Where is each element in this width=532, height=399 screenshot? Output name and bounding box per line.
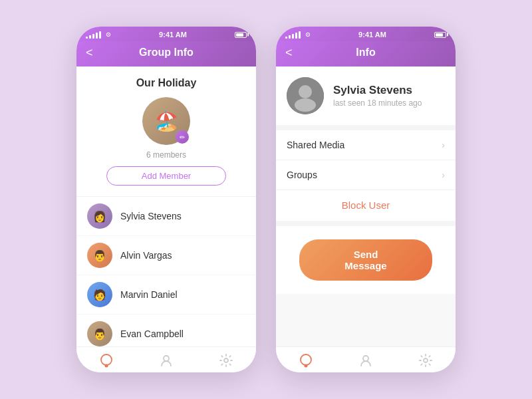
- tab-settings-2[interactable]: [418, 352, 434, 368]
- member-name: Alvin Vargas: [120, 250, 172, 261]
- shared-media-label: Shared Media: [287, 140, 344, 150]
- chevron-right-icon: ›: [442, 140, 445, 150]
- signal-area-2: ⊙: [285, 31, 311, 39]
- member-name: Evan Campbell: [120, 329, 184, 339]
- info-list: Shared Media › Groups ›: [276, 130, 456, 190]
- nav-title-2: Info: [356, 47, 375, 59]
- tab-bar-1: [76, 346, 256, 372]
- block-user-button[interactable]: Block User: [342, 200, 390, 211]
- send-message-section: Send Message: [276, 226, 456, 294]
- svg-point-5: [299, 85, 312, 98]
- svg-point-3: [224, 358, 228, 362]
- phone-2: ⊙ 9:41 AM < Info Sylvia Stev: [276, 27, 456, 372]
- svg-point-10: [424, 358, 428, 362]
- back-button-2[interactable]: <: [285, 46, 293, 60]
- group-avatar-wrap: 🏖️ ✏: [142, 97, 190, 145]
- signal-icon: [86, 31, 101, 39]
- user-info-text: Sylvia Stevens last seen 18 minutes ago: [333, 84, 422, 108]
- list-item[interactable]: 👩 Sylvia Stevens: [76, 197, 256, 236]
- avatar: 👩: [87, 203, 112, 229]
- svg-point-6: [295, 98, 316, 112]
- tab-contacts-2[interactable]: [358, 352, 374, 368]
- list-item[interactable]: 👨 Alvin Vargas: [76, 236, 256, 275]
- avatar: 👨: [87, 243, 112, 268]
- user-status: last seen 18 minutes ago: [333, 98, 422, 108]
- phone2-content: Sylvia Stevens last seen 18 minutes ago …: [276, 66, 456, 346]
- avatar: 🧑: [87, 282, 112, 307]
- member-name: Sylvia Stevens: [120, 211, 182, 221]
- avatar: 👨: [87, 321, 112, 346]
- list-item[interactable]: 🧑 Marvin Daniel: [76, 275, 256, 315]
- nav-bar-2: < Info: [276, 41, 456, 66]
- wifi-icon: ⊙: [106, 31, 111, 38]
- svg-point-7: [301, 354, 311, 365]
- list-item[interactable]: 👨 Evan Campbell: [76, 315, 256, 346]
- tab-chat-1[interactable]: [98, 352, 114, 368]
- svg-point-8: [305, 364, 308, 368]
- battery-icon-1: [235, 32, 247, 38]
- members-count: 6 members: [146, 150, 186, 160]
- user-avatar-img: [287, 77, 324, 114]
- shared-media-item[interactable]: Shared Media ›: [276, 130, 456, 160]
- tab-contacts-1[interactable]: [158, 352, 174, 368]
- back-button-1[interactable]: <: [86, 46, 93, 60]
- edit-avatar-badge[interactable]: ✏: [176, 130, 189, 144]
- user-avatar: [287, 77, 324, 114]
- svg-point-1: [105, 364, 108, 368]
- tab-settings-1[interactable]: [218, 352, 234, 368]
- block-user-section: Block User: [276, 190, 456, 226]
- phone-1: ⊙ 9:41 AM < Group Info Our Holiday 🏖️ ✏ …: [76, 27, 256, 372]
- status-bar-2: ⊙ 9:41 AM: [276, 27, 456, 41]
- svg-point-2: [164, 356, 169, 361]
- signal-area: ⊙: [86, 31, 111, 39]
- group-title: Our Holiday: [136, 77, 197, 89]
- add-member-button[interactable]: Add Member: [106, 166, 226, 186]
- user-info-section: Sylvia Stevens last seen 18 minutes ago: [276, 66, 456, 130]
- groups-label: Groups: [287, 170, 317, 180]
- user-name: Sylvia Stevens: [333, 84, 422, 97]
- nav-bar-1: < Group Info: [76, 41, 256, 66]
- battery-icon-2: [434, 32, 446, 38]
- status-bar-1: ⊙ 9:41 AM: [76, 27, 256, 41]
- member-name: Marvin Daniel: [120, 289, 178, 300]
- phone1-content: Our Holiday 🏖️ ✏ 6 members Add Member 👩 …: [76, 66, 256, 346]
- signal-icon-2: [285, 31, 301, 39]
- send-message-button[interactable]: Send Message: [299, 239, 432, 281]
- svg-point-9: [363, 356, 368, 361]
- wifi-icon-2: ⊙: [305, 31, 311, 38]
- status-time-1: 9:41 AM: [159, 31, 187, 39]
- tab-chat-2[interactable]: [298, 352, 314, 368]
- groups-item[interactable]: Groups ›: [276, 160, 456, 190]
- group-info-section: Our Holiday 🏖️ ✏ 6 members Add Member: [76, 66, 256, 197]
- member-list: 👩 Sylvia Stevens 👨 Alvin Vargas 🧑 Marvin…: [76, 197, 256, 346]
- nav-title-1: Group Info: [139, 47, 194, 59]
- tab-bar-2: [276, 346, 456, 372]
- svg-point-0: [101, 354, 112, 365]
- chevron-right-icon-2: ›: [442, 170, 445, 180]
- status-time-2: 9:41 AM: [358, 31, 386, 39]
